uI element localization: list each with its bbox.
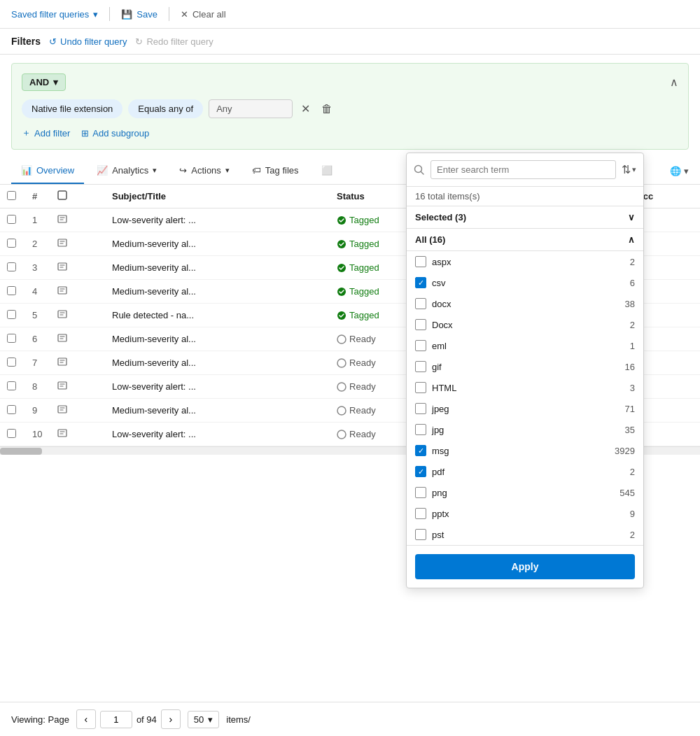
dropdown-item[interactable]: ✓ csv 6 bbox=[407, 272, 643, 293]
dropdown-item-checkbox[interactable] bbox=[415, 487, 426, 498]
dropdown-item-count: 6 bbox=[630, 278, 635, 288]
undo-btn[interactable]: ↺ Undo filter query bbox=[49, 36, 127, 47]
viewing-label: Viewing: Page bbox=[11, 714, 69, 725]
row-type-icon bbox=[50, 375, 105, 399]
dropdown-item-checkbox[interactable] bbox=[415, 424, 426, 435]
collapse-all-icon[interactable]: ∧ bbox=[628, 234, 635, 245]
dropdown-item[interactable]: aspx 2 bbox=[407, 251, 643, 272]
delete-condition-btn[interactable]: 🗑 bbox=[318, 100, 335, 118]
dropdown-item-name: HTML bbox=[432, 383, 456, 393]
clear-all-btn[interactable]: ✕ Clear all bbox=[181, 9, 226, 20]
row-checkbox[interactable] bbox=[7, 429, 16, 438]
prev-page-btn[interactable]: ‹ bbox=[76, 709, 96, 729]
dropdown-item[interactable]: HTML 3 bbox=[407, 377, 643, 398]
tab-overview[interactable]: 📊 Overview bbox=[11, 158, 84, 184]
dropdown-item-checkbox[interactable] bbox=[415, 340, 426, 351]
dropdown-item[interactable]: pst 2 bbox=[407, 524, 643, 545]
dropdown-item-left: Docx bbox=[415, 319, 453, 330]
operator-pill[interactable]: Equals any of bbox=[128, 99, 203, 118]
saved-filter-queries-btn[interactable]: Saved filter queries ▾ bbox=[11, 9, 98, 20]
dropdown-item-name: csv bbox=[432, 278, 446, 288]
row-checkbox[interactable] bbox=[7, 310, 16, 319]
svg-rect-15 bbox=[58, 382, 66, 389]
row-title: Medium-severity al... bbox=[105, 399, 330, 423]
filter-dropdown-panel: ⇅ ▾ 16 total items(s) Selected (3) ∨ All… bbox=[406, 153, 644, 588]
dropdown-item-checkbox[interactable] bbox=[415, 361, 426, 372]
page-number-input[interactable] bbox=[100, 711, 132, 728]
row-checkbox[interactable] bbox=[7, 239, 16, 248]
dropdown-item-checkbox[interactable] bbox=[415, 382, 426, 393]
dropdown-item[interactable]: eml 1 bbox=[407, 335, 643, 356]
add-subgroup-btn[interactable]: ⊞ Add subgroup bbox=[81, 128, 149, 139]
row-type-icon bbox=[50, 399, 105, 423]
redo-btn[interactable]: ↻ Redo filter query bbox=[135, 36, 213, 47]
dropdown-item-count: 16 bbox=[625, 362, 635, 372]
row-checkbox[interactable] bbox=[7, 334, 16, 343]
dropdown-item-checkbox[interactable] bbox=[415, 529, 426, 540]
clear-condition-btn[interactable]: ✕ bbox=[298, 99, 313, 118]
row-checkbox[interactable] bbox=[7, 215, 16, 224]
tab-analytics[interactable]: 📈 Analytics ▾ bbox=[87, 158, 167, 184]
dropdown-item[interactable]: Docx 2 bbox=[407, 314, 643, 335]
dropdown-item[interactable]: ✓ msg 3929 bbox=[407, 440, 643, 461]
dropdown-item[interactable]: png 545 bbox=[407, 482, 643, 503]
dropdown-item-checkbox[interactable]: ✓ bbox=[415, 277, 426, 288]
filter-condition-row: Native file extension Equals any of Any … bbox=[22, 99, 678, 118]
dropdown-item-checkbox[interactable]: ✓ bbox=[415, 445, 426, 456]
select-all-checkbox[interactable] bbox=[7, 191, 16, 200]
dropdown-item[interactable]: ✓ pdf 2 bbox=[407, 461, 643, 482]
row-checkbox[interactable] bbox=[7, 358, 16, 367]
dropdown-item-checkbox[interactable] bbox=[415, 256, 426, 267]
tab-actions[interactable]: ↪ Actions ▾ bbox=[169, 158, 239, 184]
svg-point-20 bbox=[337, 430, 346, 439]
row-num: 8 bbox=[25, 375, 50, 399]
collapse-icon[interactable]: ∧ bbox=[670, 76, 678, 89]
dropdown-item-count: 2 bbox=[630, 257, 635, 267]
dropdown-item[interactable]: docx 38 bbox=[407, 293, 643, 314]
save-btn[interactable]: 💾 Save bbox=[121, 9, 158, 20]
and-operator-btn[interactable]: AND ▾ bbox=[22, 73, 66, 91]
save-icon: 💾 bbox=[121, 9, 132, 20]
dropdown-item-left: aspx bbox=[415, 256, 451, 267]
row-num: 2 bbox=[25, 232, 50, 256]
dropdown-item-checkbox[interactable] bbox=[415, 403, 426, 414]
dropdown-item-left: ✓ csv bbox=[415, 277, 446, 288]
row-checkbox[interactable] bbox=[7, 262, 16, 271]
row-checkbox[interactable] bbox=[7, 405, 16, 414]
row-checkbox[interactable] bbox=[7, 286, 16, 295]
row-title: Low-severity alert: ... bbox=[105, 208, 330, 232]
chevron-down-icon: ▾ bbox=[632, 165, 636, 174]
dropdown-item[interactable]: pptx 9 bbox=[407, 503, 643, 524]
row-checkbox[interactable] bbox=[7, 381, 16, 390]
items-per-page-select[interactable]: 50 ▾ bbox=[188, 711, 219, 728]
filter-actions-row: ＋ Add filter ⊞ Add subgroup bbox=[22, 127, 678, 139]
sort-btn[interactable]: ⇅ ▾ bbox=[622, 163, 636, 176]
dropdown-item-checkbox[interactable] bbox=[415, 298, 426, 309]
dropdown-item-checkbox[interactable] bbox=[415, 319, 426, 330]
search-area: ⇅ ▾ bbox=[407, 153, 643, 187]
dropdown-item-checkbox[interactable] bbox=[415, 508, 426, 519]
tab-tag-files[interactable]: 🏷 Tag files bbox=[242, 158, 309, 184]
dropdown-item-checkbox[interactable]: ✓ bbox=[415, 466, 426, 477]
apply-btn[interactable]: Apply bbox=[415, 554, 635, 579]
collapse-selected-icon[interactable]: ∨ bbox=[628, 212, 635, 222]
dropdown-item[interactable]: jpeg 71 bbox=[407, 398, 643, 419]
dropdown-item[interactable]: gif 16 bbox=[407, 356, 643, 377]
row-num: 3 bbox=[25, 256, 50, 280]
h-scroll-thumb[interactable] bbox=[0, 448, 42, 455]
next-page-btn[interactable]: › bbox=[161, 709, 181, 729]
row-type-icon bbox=[50, 280, 105, 304]
row-num: 6 bbox=[25, 327, 50, 351]
dropdown-item[interactable]: jpg 35 bbox=[407, 419, 643, 440]
plus-icon: ＋ bbox=[22, 127, 31, 139]
value-input[interactable]: Any bbox=[209, 99, 293, 118]
globe-area[interactable]: 🌐 ▾ bbox=[670, 166, 689, 176]
chevron-down-icon: ▾ bbox=[153, 166, 157, 175]
dropdown-item-left: pptx bbox=[415, 508, 449, 519]
field-pill[interactable]: Native file extension bbox=[22, 99, 122, 118]
tab-more[interactable]: ⬜ bbox=[312, 158, 342, 184]
filter-group: AND ▾ ∧ Native file extension Equals any… bbox=[11, 63, 689, 150]
add-filter-btn[interactable]: ＋ Add filter bbox=[22, 127, 70, 139]
search-input[interactable] bbox=[430, 160, 616, 179]
dropdown-item-left: HTML bbox=[415, 382, 456, 393]
